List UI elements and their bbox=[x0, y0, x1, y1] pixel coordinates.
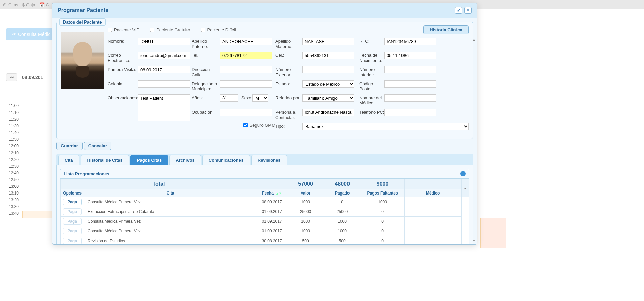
time-label: 11:10 bbox=[5, 110, 21, 117]
column-header[interactable]: Pagos Faltantes bbox=[361, 189, 405, 197]
num-exterior-input[interactable] bbox=[302, 66, 354, 73]
cell-medico bbox=[405, 207, 462, 217]
telpc-input[interactable] bbox=[384, 109, 436, 116]
label-contacto: Persona a Contactar: bbox=[275, 109, 302, 120]
cancelar-button[interactable]: Cancelar bbox=[84, 142, 111, 150]
paga-button[interactable]: Paga bbox=[63, 238, 82, 244]
estado-select[interactable]: Estado de México bbox=[302, 80, 354, 88]
primera-visita-input[interactable] bbox=[138, 66, 190, 73]
label-anos: Años: bbox=[192, 94, 220, 101]
apellido-paterno-input[interactable] bbox=[220, 38, 272, 45]
paga-button[interactable]: Paga bbox=[63, 218, 82, 225]
sexo-select[interactable]: M bbox=[252, 94, 268, 102]
label-estado: Estado: bbox=[275, 80, 302, 87]
tab-pagos-citas[interactable]: Pagos Citas bbox=[130, 155, 168, 165]
column-header[interactable]: Cita bbox=[84, 189, 257, 197]
label-refpor: Referido por: bbox=[275, 94, 302, 101]
referido-select[interactable]: Familiar o Amigo bbox=[302, 94, 354, 102]
calendar-prev-button[interactable]: ◂◂ bbox=[6, 73, 17, 81]
gratuito-checkbox[interactable]: Paciente Gratuito bbox=[150, 27, 190, 32]
dificil-checkbox[interactable]: Paciente Difícil bbox=[201, 27, 236, 32]
label-dir: Dirección Calle: bbox=[192, 66, 220, 77]
apellido-materno-input[interactable] bbox=[302, 38, 354, 45]
cell-valor: 25000 bbox=[287, 207, 324, 217]
cell-valor: 1000 bbox=[287, 217, 324, 226]
column-header[interactable]: Fecha ▲▼ bbox=[257, 189, 287, 197]
label-next: Número Exterior: bbox=[275, 66, 302, 77]
cell-faltantes: 0 bbox=[361, 217, 405, 226]
label-sexo: Sexo: bbox=[241, 94, 252, 101]
email-input[interactable] bbox=[138, 52, 190, 59]
collapse-icon[interactable]: − bbox=[460, 171, 466, 176]
direccion-input[interactable] bbox=[220, 66, 272, 73]
cell-medico bbox=[405, 197, 462, 207]
column-header[interactable]: Pagado bbox=[324, 189, 361, 197]
column-header[interactable]: Opciones bbox=[61, 189, 84, 197]
table-scrollbar[interactable]: ▲ bbox=[462, 179, 469, 197]
delegacion-input[interactable] bbox=[220, 80, 272, 88]
tab-historial-de-citas[interactable]: Historial de Citas bbox=[81, 155, 129, 165]
consulta-medica-button[interactable]: 👁 Consulta Médic bbox=[6, 28, 56, 40]
table-row: PagaRevisión de Estudios30.08.2017500500… bbox=[61, 236, 469, 244]
time-label: 11:30 bbox=[5, 124, 21, 130]
tab-cita[interactable]: Cita bbox=[58, 155, 79, 165]
pagos-citas-panel: Lista Programaciones − Total 57000 48000… bbox=[56, 165, 473, 244]
observaciones-input[interactable] bbox=[138, 94, 190, 121]
tel-input[interactable] bbox=[220, 52, 272, 59]
rfc-input[interactable] bbox=[384, 38, 436, 45]
label-email: Correo Electrónico: bbox=[108, 52, 138, 63]
label-cel: Cel.: bbox=[275, 52, 302, 58]
time-label: 12:40 bbox=[5, 171, 21, 177]
cp-input[interactable] bbox=[384, 80, 436, 88]
nombre-input[interactable] bbox=[138, 38, 190, 45]
cell-cita: Consulta Médica Primera Vez bbox=[84, 226, 257, 236]
cell-pagado: 500 bbox=[324, 236, 361, 244]
colonia-input[interactable] bbox=[138, 80, 190, 88]
modal-header: Programar Paciente ⤢ ✕ bbox=[52, 3, 477, 18]
paga-button[interactable]: Paga bbox=[63, 208, 82, 215]
num-interior-input[interactable] bbox=[384, 66, 436, 73]
time-label: 13:40 bbox=[5, 211, 21, 218]
fecha-nacimiento-input[interactable] bbox=[384, 52, 436, 59]
modal-expand-icon[interactable]: ⤢ bbox=[455, 7, 462, 14]
calendar-event[interactable] bbox=[480, 218, 506, 248]
label-ocup: Ocupación: bbox=[192, 109, 220, 115]
ocupacion-input[interactable] bbox=[220, 109, 272, 116]
tab-comunicaciones[interactable]: Comunicaciones bbox=[202, 155, 250, 165]
toolbar-citas[interactable]: ⏱ Citas bbox=[3, 2, 18, 7]
tipo-select[interactable]: Banamex bbox=[302, 123, 469, 130]
cell-medico bbox=[405, 217, 462, 226]
cel-input[interactable] bbox=[302, 52, 354, 59]
column-header[interactable]: Médico bbox=[405, 189, 462, 197]
time-label: 13:00 bbox=[5, 184, 21, 191]
anos-input[interactable] bbox=[220, 94, 238, 102]
cell-valor: 500 bbox=[287, 236, 324, 244]
calendar-event[interactable] bbox=[22, 211, 52, 218]
time-label: 13:20 bbox=[5, 198, 21, 204]
label-pvisita: Primera Visita: bbox=[108, 66, 138, 72]
cell-cita: Revisión de Estudios bbox=[84, 236, 257, 244]
cell-valor: 1000 bbox=[287, 197, 324, 207]
modal-title: Programar Paciente bbox=[58, 7, 108, 13]
label-nombre: Nombre: bbox=[108, 38, 138, 44]
historia-clinica-button[interactable]: Historia Clínica bbox=[423, 25, 469, 34]
cell-cita: Consulta Médica Primera Vez bbox=[84, 197, 257, 207]
tab-revisiones[interactable]: Revisiones bbox=[251, 155, 287, 165]
column-header[interactable]: Valor bbox=[287, 189, 324, 197]
contacto-input[interactable] bbox=[302, 109, 354, 116]
paga-button[interactable]: Paga bbox=[63, 228, 82, 234]
toolbar-cal[interactable]: 📅 C bbox=[39, 2, 49, 7]
paga-button[interactable]: Paga bbox=[63, 199, 82, 205]
toolbar-caja[interactable]: $ Caja bbox=[22, 2, 35, 7]
grid-title: Lista Programaciones bbox=[64, 171, 109, 176]
nombre-medico-input[interactable] bbox=[384, 94, 436, 102]
modal-close-icon[interactable]: ✕ bbox=[464, 7, 472, 14]
guardar-button[interactable]: Guardar bbox=[56, 142, 83, 150]
tab-archivos[interactable]: Archivos bbox=[169, 155, 201, 165]
scroll-down-icon[interactable]: ▼ bbox=[472, 239, 476, 242]
time-label: 11:50 bbox=[5, 137, 21, 144]
tab-bar: CitaHistorial de CitasPagos CitasArchivo… bbox=[56, 154, 473, 165]
vip-checkbox[interactable]: Paciente VIP bbox=[108, 27, 139, 32]
seguro-gmm-checkbox[interactable]: Seguro GMM bbox=[243, 123, 275, 128]
time-label: 11:40 bbox=[5, 130, 21, 137]
